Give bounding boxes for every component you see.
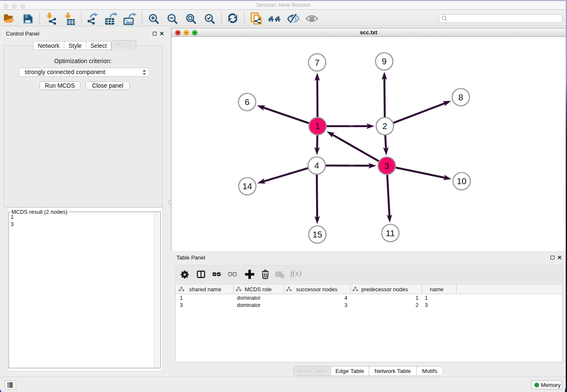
svg-text:2: 2 <box>383 121 387 131</box>
svg-text:4: 4 <box>314 160 319 170</box>
svg-text:3: 3 <box>384 161 389 171</box>
svg-text:8: 8 <box>458 92 463 102</box>
svg-text:14: 14 <box>242 181 252 191</box>
svg-text:9: 9 <box>382 56 386 66</box>
svg-text:11: 11 <box>386 228 395 238</box>
svg-text:15: 15 <box>313 229 322 239</box>
svg-text:1: 1 <box>315 121 320 131</box>
svg-text:7: 7 <box>315 58 319 67</box>
svg-text:10: 10 <box>457 176 467 186</box>
svg-text:6: 6 <box>245 97 249 107</box>
